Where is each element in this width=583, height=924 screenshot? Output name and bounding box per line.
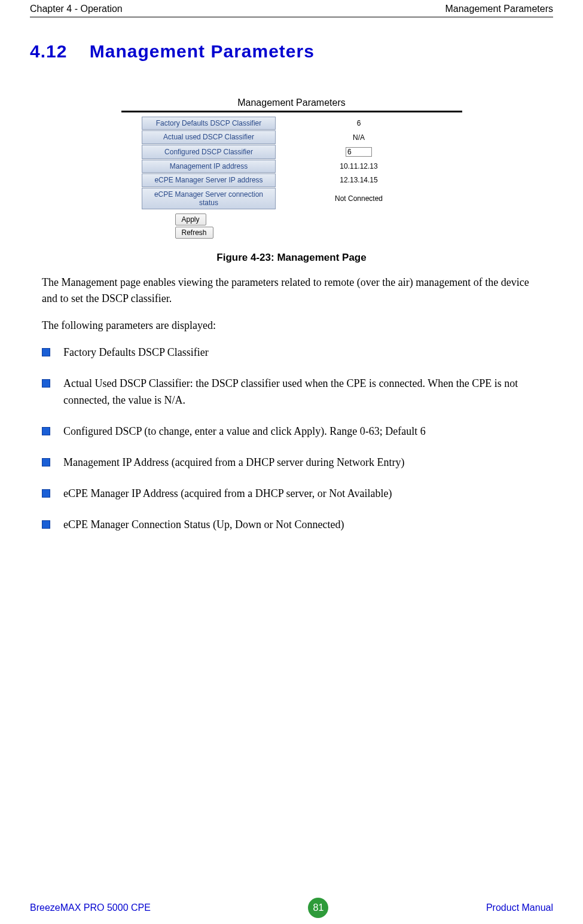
footer-right: Product Manual (486, 902, 553, 913)
following-paragraph: The following parameters are displayed: (30, 318, 553, 334)
list-item: Management IP Address (acquired from a D… (42, 455, 541, 471)
footer-page-number: 81 (308, 898, 328, 918)
row-value: N/A (276, 130, 441, 144)
configured-dscp-input[interactable] (346, 147, 372, 157)
row-value (276, 145, 441, 159)
row-label: Factory Defaults DSCP Classifier (142, 117, 276, 130)
row-label: Configured DSCP Classifier (142, 145, 276, 159)
refresh-button[interactable]: Refresh (175, 227, 213, 239)
section-number: 4.12 (30, 41, 67, 61)
row-value: 6 (276, 117, 441, 130)
list-item: Actual Used DSCP Classifier: the DSCP cl… (42, 376, 541, 409)
row-label: eCPE Manager Server connection status (142, 188, 276, 210)
section-heading: 4.12 Management Parameters (30, 41, 553, 62)
apply-button[interactable]: Apply (175, 214, 206, 225)
panel-title: Management Parameters (121, 97, 462, 108)
figure-caption: Figure 4-23: Management Page (30, 252, 553, 264)
list-item: Configured DSCP (to change, enter a valu… (42, 423, 541, 440)
list-item: Factory Defaults DSCP Classifier (42, 344, 541, 361)
row-label: Actual used DSCP Classifier (142, 130, 276, 144)
management-params-table: Factory Defaults DSCP Classifier 6 Actua… (141, 116, 442, 210)
row-value: 10.11.12.13 (276, 160, 441, 173)
bullet-list: Factory Defaults DSCP Classifier Actual … (30, 344, 553, 533)
row-label: eCPE Manager Server IP address (142, 173, 276, 187)
section-title-text: Management Parameters (90, 41, 315, 61)
table-row: eCPE Manager Server IP address 12.13.14.… (142, 173, 441, 187)
header-right: Management Parameters (445, 4, 553, 14)
table-row: Configured DSCP Classifier (142, 145, 441, 159)
row-value: 12.13.14.15 (276, 173, 441, 187)
table-row: eCPE Manager Server connection status No… (142, 188, 441, 210)
panel-rule (121, 111, 462, 112)
row-label: Management IP address (142, 160, 276, 173)
page-footer: BreezeMAX PRO 5000 CPE 81 Product Manual (30, 898, 553, 918)
header-left: Chapter 4 - Operation (30, 4, 123, 14)
row-value: Not Connected (276, 188, 441, 210)
list-item: eCPE Manager IP Address (acquired from a… (42, 486, 541, 502)
table-row: Factory Defaults DSCP Classifier 6 (142, 117, 441, 130)
page-header: Chapter 4 - Operation Management Paramet… (30, 0, 553, 17)
footer-left: BreezeMAX PRO 5000 CPE (30, 902, 151, 913)
management-screenshot: Management Parameters Factory Defaults D… (30, 97, 553, 240)
intro-paragraph: The Management page enables viewing the … (30, 275, 553, 307)
list-item: eCPE Manager Connection Status (Up, Down… (42, 517, 541, 533)
table-row: Actual used DSCP Classifier N/A (142, 130, 441, 144)
table-row: Management IP address 10.11.12.13 (142, 160, 441, 173)
